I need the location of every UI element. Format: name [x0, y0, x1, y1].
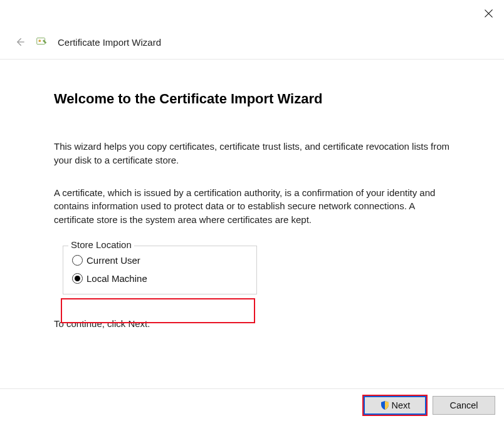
store-location-fieldset: Store Location Current User Local Machin…	[63, 246, 257, 294]
store-location-legend: Store Location	[68, 239, 134, 250]
continue-text: To continue, click Next.	[54, 318, 450, 329]
wizard-header: Certificate Import Wizard	[0, 28, 504, 60]
welcome-heading: Welcome to the Certificate Import Wizard	[54, 91, 450, 107]
wizard-content: Welcome to the Certificate Import Wizard…	[0, 60, 504, 329]
svg-point-1	[39, 39, 41, 42]
radio-icon	[72, 255, 83, 266]
radio-current-user[interactable]: Current User	[72, 251, 248, 269]
cancel-button[interactable]: Cancel	[433, 396, 495, 415]
intro-paragraph-1: This wizard helps you copy certificates,…	[54, 140, 450, 167]
back-arrow-icon[interactable]	[14, 36, 26, 48]
wizard-title: Certificate Import Wizard	[58, 37, 161, 48]
radio-label: Current User	[87, 255, 140, 266]
shield-icon	[380, 400, 390, 410]
next-button[interactable]: Next	[364, 396, 426, 415]
cancel-button-label: Cancel	[449, 400, 478, 410]
radio-label: Local Machine	[87, 273, 147, 284]
close-icon[interactable]	[483, 8, 495, 20]
radio-icon	[72, 273, 83, 284]
next-button-label: Next	[392, 400, 411, 410]
titlebar	[0, 0, 504, 28]
intro-paragraph-2: A certificate, which is issued by a cert…	[54, 186, 450, 227]
wizard-footer: Next Cancel	[0, 388, 504, 421]
radio-local-machine[interactable]: Local Machine	[72, 269, 248, 288]
certificate-icon	[35, 35, 49, 49]
